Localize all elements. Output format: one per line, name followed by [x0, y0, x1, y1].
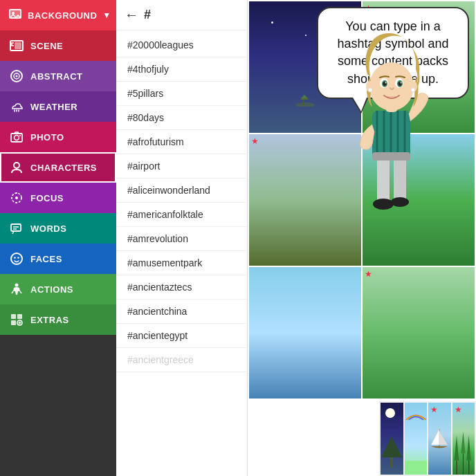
- svg-point-49: [385, 82, 387, 84]
- sidebar: BACKGROUND ▼ SCENE A: [0, 0, 116, 476]
- focus-icon: [8, 190, 25, 206]
- svg-rect-20: [17, 314, 22, 319]
- svg-rect-27: [394, 156, 406, 204]
- hashtag-item[interactable]: #ancientaztecs: [116, 275, 247, 300]
- svg-point-29: [391, 197, 409, 207]
- characters-icon: [8, 159, 25, 176]
- sidebar-item-abstract[interactable]: ABSTRACT: [0, 61, 116, 91]
- character-speech-area: You can type in a hashtag symbol and som…: [310, 7, 469, 228]
- sidebar-item-background[interactable]: BACKGROUND ▼: [0, 0, 116, 30]
- svg-rect-19: [11, 314, 16, 319]
- hashtag-item[interactable]: #5pillars: [116, 82, 247, 106]
- svg-point-28: [373, 199, 394, 210]
- sidebar-item-characters[interactable]: CHARACTERS: [0, 152, 116, 183]
- sidebar-item-faces[interactable]: FACES: [0, 244, 116, 274]
- hashtag-item[interactable]: #ancientchina: [116, 300, 247, 324]
- svg-marker-52: [381, 437, 402, 457]
- star-badge-bottom2: ★: [455, 405, 462, 414]
- extras-icon: [8, 311, 25, 328]
- sidebar-label-characters: CHARACTERS: [30, 163, 97, 173]
- svg-point-7: [16, 75, 18, 77]
- svg-point-16: [14, 257, 15, 258]
- svg-point-50: [401, 82, 402, 84]
- svg-rect-21: [11, 320, 16, 325]
- hashtag-item[interactable]: #4thofjuly: [116, 57, 247, 82]
- actions-icon: [8, 281, 25, 298]
- hashtag-item[interactable]: #80days: [116, 106, 247, 130]
- sidebar-item-words[interactable]: WORDS: [0, 213, 116, 244]
- svg-rect-4: [15, 42, 21, 49]
- bottom-thumb-rainbow[interactable]: [405, 403, 428, 475]
- hashtag-item[interactable]: #americanfolktale: [116, 203, 247, 227]
- star-badge-bottom: ★: [430, 405, 438, 414]
- abstract-icon: [8, 68, 25, 84]
- hashtag-list[interactable]: #20000leagues #4thofjuly #5pillars #80da…: [116, 30, 247, 476]
- svg-marker-59: [466, 435, 471, 460]
- svg-marker-54: [431, 429, 439, 445]
- svg-rect-23: [303, 100, 304, 105]
- star-badge-2: ★: [251, 136, 259, 146]
- sidebar-label-actions: ACTIONS: [30, 284, 73, 295]
- sidebar-item-scene[interactable]: SCENE: [0, 30, 116, 61]
- svg-rect-14: [11, 224, 21, 231]
- bitmoji-container: [310, 7, 469, 228]
- sidebar-item-actions[interactable]: ACTIONS: [0, 274, 116, 304]
- sidebar-label-abstract: ABSTRACT: [30, 71, 83, 82]
- svg-rect-36: [372, 152, 410, 161]
- bottom-thumb-forest[interactable]: ★: [452, 403, 475, 475]
- sidebar-item-photo[interactable]: PHOTO: [0, 122, 116, 152]
- svg-point-38: [369, 62, 414, 111]
- hashtag-item[interactable]: #20000leagues: [116, 33, 247, 57]
- sidebar-label-focus: FOCUS: [30, 193, 64, 203]
- svg-rect-60: [462, 453, 463, 475]
- svg-point-15: [11, 253, 22, 264]
- svg-point-41: [368, 88, 372, 92]
- photo-icon: [8, 129, 25, 145]
- back-button[interactable]: ←: [125, 7, 138, 23]
- svg-marker-57: [454, 435, 459, 460]
- sidebar-label-extras: EXTRAS: [30, 315, 69, 325]
- hashtag-item[interactable]: #amusementpark: [116, 251, 247, 275]
- sidebar-item-focus[interactable]: FOCUS: [0, 183, 116, 213]
- hashtag-item[interactable]: #ancientgreece: [116, 348, 247, 372]
- hashtag-item[interactable]: #ancientegypt: [116, 324, 247, 348]
- svg-point-42: [411, 88, 415, 92]
- svg-point-18: [15, 284, 19, 287]
- sidebar-label-words: WORDS: [30, 223, 66, 234]
- background-icon: [8, 7, 22, 24]
- sidebar-item-weather[interactable]: WEATHER: [0, 91, 116, 122]
- bottom-thumb-night[interactable]: [381, 403, 403, 475]
- hashtag-item[interactable]: #aliceinwonderland: [116, 178, 247, 203]
- sidebar-label-photo: PHOTO: [30, 132, 64, 143]
- scene-icon: [8, 37, 25, 54]
- svg-point-11: [14, 163, 19, 168]
- svg-marker-55: [439, 431, 448, 445]
- star-badge-3: ★: [365, 269, 372, 279]
- svg-point-9: [15, 136, 19, 140]
- svg-marker-61: [461, 432, 466, 453]
- thumb-row-3: ★: [249, 267, 475, 399]
- svg-rect-51: [390, 457, 393, 468]
- hashtag-panel: ← # #20000leagues #4thofjuly #5pillars #…: [116, 0, 248, 476]
- sidebar-label-scene: SCENE: [30, 41, 63, 51]
- bottom-thumbnails: ★ ★: [379, 401, 476, 476]
- hashtag-item[interactable]: #amrevolution: [116, 227, 247, 251]
- sidebar-item-extras[interactable]: EXTRAS: [0, 304, 116, 335]
- svg-point-10: [19, 135, 21, 136]
- main-area: ← # #20000leagues #4thofjuly #5pillars #…: [116, 0, 476, 476]
- words-icon: [8, 220, 25, 237]
- app-container: BACKGROUND ▼ SCENE A: [0, 0, 476, 476]
- hashtag-item[interactable]: #afrofuturism: [116, 130, 247, 154]
- thumb-cell-ocean[interactable]: [249, 267, 361, 399]
- svg-rect-26: [377, 156, 390, 204]
- svg-point-13: [15, 196, 18, 199]
- faces-icon: [8, 250, 25, 267]
- svg-point-17: [17, 257, 19, 258]
- thumb-cell-green2[interactable]: ★: [363, 267, 475, 399]
- sidebar-label-faces: FACES: [30, 254, 62, 264]
- hashtag-item[interactable]: #airport: [116, 154, 247, 178]
- content-area: ★ ★: [248, 0, 476, 476]
- svg-rect-56: [456, 460, 457, 475]
- sidebar-label-weather: WEATHER: [30, 102, 77, 112]
- bottom-thumb-ocean[interactable]: ★: [428, 403, 451, 475]
